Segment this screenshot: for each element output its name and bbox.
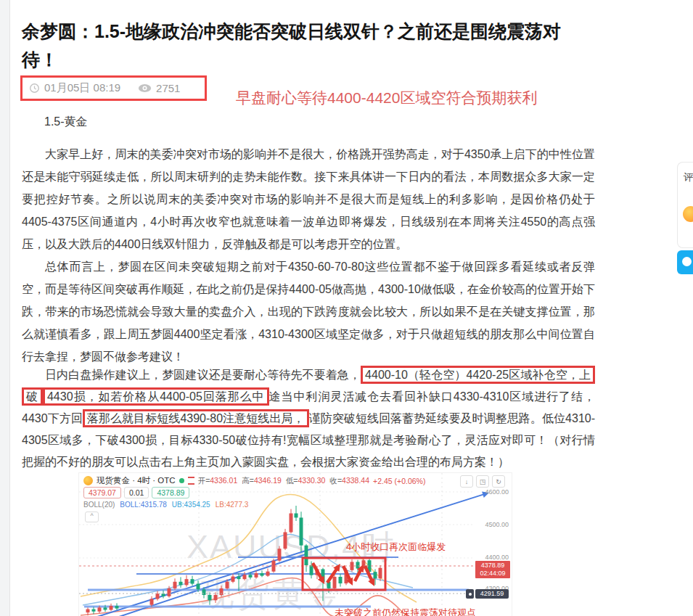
callout-boxed-text: 落那么就目标短线4390-80注意短线出局， [83,409,309,427]
ohlc-field: 低=4330.30 [286,476,326,486]
chat-bubble-icon [682,257,692,266]
chart-toolbar: ↓◳↻ [460,475,505,488]
view-count: 2751 [156,82,180,94]
article-page: 余梦圆：1.5-地缘政治冲突能否突破日线双针？之前还是围绕震荡对待！ 01月05… [0,0,693,616]
candle [278,549,282,560]
comment-label[interactable]: 评 [684,171,693,184]
candle [104,607,107,609]
sell-price-box[interactable]: 4379.07 [83,487,121,498]
candle [202,589,206,595]
indicator-upper-band-value: UB:4354.25 [172,501,210,509]
ohlc-field: 高=4346.19 [242,476,282,486]
candle [150,599,154,604]
indicator-readout: BOLL(20) BOLL:4315.78 UB:4354.25 LB:4277… [83,501,248,509]
market-status-dot-icon [179,478,184,483]
alert-level-icon[interactable] [466,589,474,599]
candle [261,573,264,576]
candle [168,588,171,596]
candle [110,606,113,609]
spread-box: 0.01 [124,487,149,498]
indicator-collapse-button[interactable]: ^ [85,512,99,522]
candle [284,532,287,549]
chart-header: 现货黄金 · 4时 · OTC 开=4336.01高=4346.19低=4330… [83,475,425,486]
candle [191,579,194,583]
candle [295,514,298,518]
article-subtitle: 1.5-黄金 [44,115,88,130]
indicator-mid-value: BOLL:4315.78 [120,501,167,509]
chart-symbol-label[interactable]: 现货黄金 · 4时 · OTC [97,475,176,486]
chart-annotation-bottom: 未突破之前仍然保持震荡对待观点 [335,607,476,616]
ohlc-field: 收=4338.44 [329,476,369,486]
candle [374,572,377,578]
candle [310,565,313,575]
candle [237,577,241,580]
candle [197,584,200,590]
candle [243,575,247,579]
publish-date: 01月05日 08:19 [44,81,120,95]
quote-boxes: 4379.07 0.01 4378.89 [83,487,189,498]
meta-highlight-box: 01月05日 08:19 2751 [20,75,207,101]
price-axis-label: 4600.00 [477,488,509,496]
floating-comment-widget[interactable]: 评 [677,162,693,248]
ohlc-readout: 开=4336.01高=4346.19低=4330.30收=4338.44 [198,476,369,486]
chart-toolbar-button[interactable]: ◳ [476,475,489,488]
candle [115,606,119,609]
candle [220,588,224,595]
article-title: 余梦圆：1.5-地缘政治冲突能否突破日线双针？之前还是围绕震荡对待！ [22,17,565,74]
candle [300,517,303,545]
candle [179,582,183,586]
indicator-lower-band-value: LB:4277.3 [216,501,249,509]
highlight-note: 早盘耐心等待4400-4420区域空符合预期获利 [236,86,539,109]
candle [173,582,177,588]
last-price-value: 4378.89 [475,562,510,570]
paragraph-3-with-callouts: 日内白盘操作建议上，梦圆建议还是要耐心等待先不要着急，4400-10（轻仓空）4… [22,364,595,473]
callout-boxed-text: 4430损，如若价格从4400-05回落那么中 [43,387,269,406]
floating-action-button[interactable] [677,250,693,274]
last-price-tag: 4378.89 02:44:09 [475,561,510,578]
candle [226,582,229,588]
clock-icon [29,83,40,94]
views-eye-icon [138,83,152,93]
candle [231,577,235,582]
price-change: +2.45 (+0.06%) [373,477,425,485]
candle [98,607,102,611]
ohlc-field: 开=4336.01 [198,476,238,486]
chart-annotation-top: 4小时收口再次面临爆发 [346,541,446,554]
candle [333,577,337,588]
candle [339,577,343,583]
page-left-gutter [0,0,10,616]
candle [266,572,270,576]
candle [290,514,293,533]
avatar[interactable] [683,206,693,222]
chart-toolbar-button[interactable]: ↻ [492,475,505,488]
candle [356,562,360,568]
gold-coin-icon [83,476,93,485]
candle [208,595,212,600]
body-text: 日内白盘操作建议上，梦圆建议还是要耐心等待先不要着急， [45,369,361,381]
paragraph-2: 总体而言上，梦圆在区间未突破短期之前对于4350-60-70-80这些位置都不鉴… [22,255,595,368]
paragraph-1: 大家早上好，周末的美委冲突对市场的影响并不是很大，价格跳开强势高走，对于4350… [22,143,595,255]
candle [86,609,90,613]
candle [162,594,165,596]
price-axis-label: 4400.00 [477,554,509,561]
candle [255,573,258,578]
candle [249,575,253,578]
price-chart[interactable]: XAUUSD,4时 现货黄金 现货黄金 · 4时 · OTC 开=4336.01… [78,472,512,616]
candle [156,594,160,599]
candle [305,546,308,565]
low-level-tag: 4291.59 [475,589,509,599]
last-price-countdown: 02:44:09 [475,570,510,578]
candle [214,595,218,600]
price-axis-label: 4500.00 [477,521,509,528]
candle [185,579,189,585]
red-equals-icon [188,477,194,485]
buy-price-box[interactable]: 4378.89 [152,487,189,498]
candle [92,609,96,612]
chart-toolbar-button[interactable]: ↓ [460,475,473,488]
indicator-name: BOLL(20) [83,501,115,509]
candle [379,568,382,579]
